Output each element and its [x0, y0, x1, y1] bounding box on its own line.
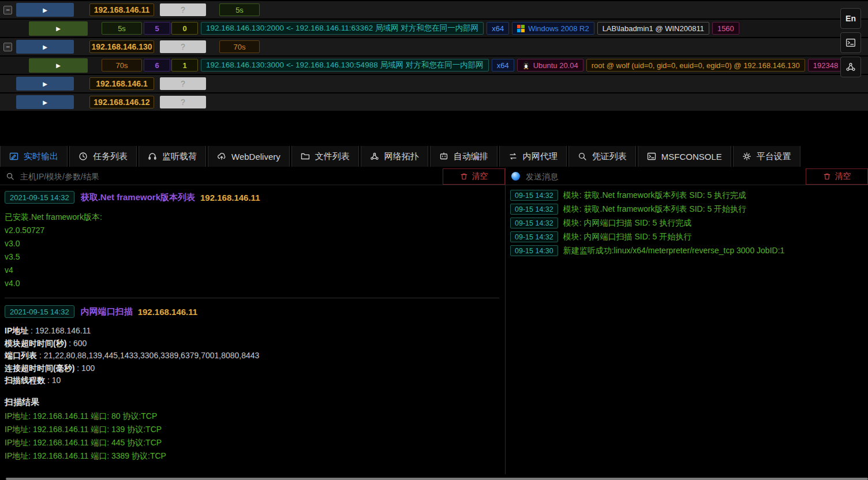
param-line: IP地址192.168.146.11 — [5, 325, 499, 337]
realtime-output-panel: 2021-09-15 14:32 获取.Net framework版本列表 19… — [0, 185, 506, 474]
host-action-button[interactable]: ▶ — [16, 40, 74, 54]
host-check-button[interactable]: ? — [160, 96, 206, 108]
host-check-button[interactable]: ? — [160, 40, 206, 53]
clear-output-button[interactable]: 清空 — [443, 168, 505, 185]
topology-shortcut-button[interactable] — [840, 57, 861, 77]
collapse-button[interactable]: − — [3, 43, 12, 51]
trash-icon — [460, 172, 468, 181]
search-input[interactable] — [19, 171, 443, 182]
collapse-button[interactable]: − — [3, 6, 12, 14]
tab-label: WebDelivery — [231, 152, 280, 162]
search-icon — [6, 172, 14, 181]
topology-icon — [845, 62, 856, 72]
message-timestamp: 09-15 14:32 — [510, 190, 558, 201]
param-line: 连接超时时间(毫秒)100 — [5, 362, 499, 375]
horizontal-scrollbar[interactable] — [6, 478, 868, 480]
edit-square-icon — [9, 152, 18, 161]
log-line: 已安装.Net framework版本: — [5, 211, 499, 224]
session-os-label: Ubuntu 20.04 — [533, 62, 578, 69]
scan-result-line: IP地址: 192.168.146.11 端口: 139 协议:TCP — [5, 423, 499, 436]
tab-label: MSFCONSOLE — [661, 152, 722, 162]
clear-messages-button[interactable]: 清空 — [806, 168, 868, 185]
session-pid-badge: 1560 — [712, 22, 739, 35]
session-heartbeat-badge: 5s — [102, 22, 142, 35]
tab-intranet-proxy[interactable]: 内网代理 — [499, 146, 567, 167]
message-timestamp: 09-15 14:32 — [510, 204, 558, 215]
session-arch-badge: x64 — [492, 59, 514, 72]
scan-result-title: 扫描结果 — [5, 395, 499, 410]
session-count-badge: 6 — [144, 59, 170, 72]
session-tunnel-badge: 192.168.146.130:3000 <- 192.168.146.130:… — [201, 59, 489, 72]
session-fail-badge: 1 — [171, 59, 198, 72]
log-entry: 2021-09-15 14:32 获取.Net framework版本列表 19… — [5, 191, 499, 290]
terminal-shortcut-button[interactable] — [840, 32, 861, 53]
tab-task-list[interactable]: 任务列表 — [69, 146, 137, 167]
host-action-button[interactable]: ▶ — [16, 95, 74, 109]
session-os-badge: Windows 2008 R2 — [512, 22, 594, 35]
tab-realtime-output[interactable]: 实时输出 — [0, 146, 68, 167]
message-row: 09-15 14:30 新建监听成功:linux/x64/meterpreter… — [510, 245, 863, 256]
trash-icon — [823, 172, 831, 181]
minus-icon: − — [6, 43, 10, 50]
language-label: En — [845, 14, 856, 23]
tab-label: 文件列表 — [315, 151, 350, 162]
session-action-button[interactable]: ▶ — [29, 58, 88, 73]
log-search-bar: 清空 — [0, 168, 506, 185]
tab-platform-settings[interactable]: 平台设置 — [733, 146, 800, 167]
host-ip-badge: 192.168.146.1 — [89, 77, 154, 90]
clear-label: 清空 — [472, 171, 488, 182]
language-toggle-button[interactable]: En — [840, 8, 861, 29]
param-line: 端口列表21,22,80,88,139,445,1433,3306,3389,6… — [5, 350, 499, 362]
play-icon: ▶ — [43, 81, 47, 87]
message-text: 模块: 内网端口扫描 SID: 5 开始执行 — [563, 232, 691, 242]
param-line: 模块超时时间(秒)600 — [5, 337, 499, 350]
session-row: ▶ 70s 6 1 192.168.146.130:3000 <- 192.16… — [0, 57, 868, 74]
message-text: 模块: 获取.Net framework版本列表 SID: 5 执行完成 — [563, 190, 746, 201]
tab-file-list[interactable]: 文件列表 — [291, 146, 359, 167]
log-line: v4.0 — [5, 277, 499, 290]
message-row: 09-15 14:32 模块: 内网端口扫描 SID: 5 开始执行 — [510, 231, 863, 242]
content-area: 2021-09-15 14:32 获取.Net framework版本列表 19… — [0, 185, 868, 474]
scan-result-line: IP地址: 192.168.146.11 端口: 445 协议:TCP — [5, 436, 499, 449]
session-fail-badge: 0 — [171, 22, 198, 35]
host-row: ▶ 192.168.146.12 ? — [0, 93, 868, 111]
robot-icon — [439, 152, 448, 161]
session-action-button[interactable]: ▶ — [29, 21, 88, 36]
tab-credential-list[interactable]: 凭证列表 — [568, 146, 636, 167]
tab-label: 自动编排 — [454, 151, 488, 162]
clear-label: 清空 — [835, 171, 851, 182]
session-user-badge: LAB\labadmin1 @ WIN200811 — [597, 22, 709, 35]
message-text: 模块: 内网端口扫描 SID: 5 执行完成 — [563, 218, 691, 228]
tab-msfconsole[interactable]: MSFCONSOLE — [638, 146, 731, 167]
play-icon: ▶ — [43, 99, 47, 106]
log-line: v4 — [5, 264, 499, 277]
host-ip-badge: 192.168.146.11 — [89, 3, 154, 16]
host-action-button[interactable]: ▶ — [16, 3, 74, 17]
tab-label: 内网代理 — [523, 151, 558, 162]
host-row: − ▶ 192.168.146.11 ? 5s — [0, 1, 868, 18]
magnifier-icon — [578, 152, 587, 161]
tab-webdelivery[interactable]: WebDelivery — [208, 146, 290, 167]
session-row: ▶ 5s 5 0 192.168.146.130:2000 <- 192.168… — [0, 20, 868, 37]
host-session-table: − ▶ 192.168.146.11 ? 5s ▶ 5s 5 0 192.168… — [0, 0, 868, 111]
host-action-button[interactable]: ▶ — [16, 77, 74, 91]
host-check-button[interactable]: ? — [160, 3, 206, 16]
linux-penguin-icon — [522, 61, 530, 69]
log-line: v3.5 — [5, 250, 499, 264]
module-name: 获取.Net framework版本列表 — [81, 192, 195, 203]
tab-label: 平台设置 — [757, 151, 791, 162]
message-feed-panel: 09-15 14:32 模块: 获取.Net framework版本列表 SID… — [506, 185, 868, 474]
tab-network-topology[interactable]: 网络拓扑 — [361, 146, 428, 167]
terminal-icon — [647, 152, 656, 161]
host-row: ▶ 192.168.146.1 ? — [0, 75, 868, 92]
message-row: 09-15 14:32 模块: 获取.Net framework版本列表 SID… — [510, 204, 863, 215]
host-ip-badge: 192.168.146.12 — [89, 96, 154, 108]
entry-divider — [5, 298, 499, 298]
tab-listener-payload[interactable]: 监听载荷 — [139, 146, 206, 167]
play-icon: ▶ — [56, 62, 61, 69]
cloud-upload-icon — [217, 152, 226, 161]
log-entry: 2021-09-15 14:32 内网端口扫描 192.168.146.11 I… — [5, 305, 499, 463]
host-check-button[interactable]: ? — [160, 77, 206, 90]
tab-auto-orchestration[interactable]: 自动编排 — [430, 146, 497, 167]
message-input[interactable] — [525, 171, 806, 182]
